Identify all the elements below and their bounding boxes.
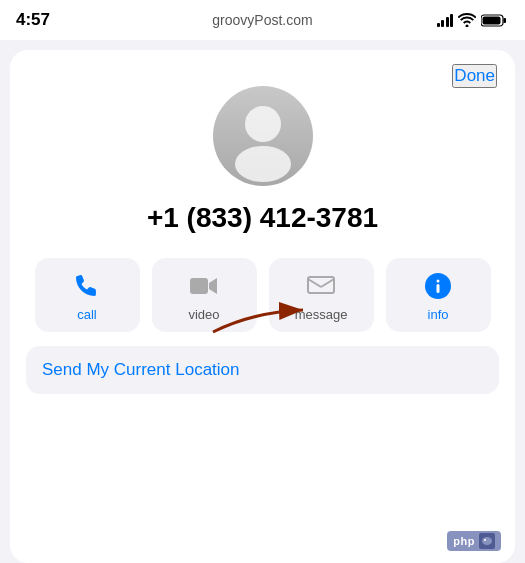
person-silhouette-icon — [213, 86, 313, 186]
action-buttons-row: call video — [26, 258, 499, 332]
svg-point-4 — [235, 146, 291, 182]
status-site: groovyPost.com — [212, 12, 312, 28]
info-icon — [422, 270, 454, 302]
battery-icon — [481, 14, 507, 27]
done-button[interactable]: Done — [452, 64, 497, 88]
php-badge-text: php — [453, 535, 475, 547]
svg-line-8 — [321, 279, 334, 287]
svg-rect-5 — [190, 278, 208, 294]
php-elephant-icon — [479, 533, 495, 549]
svg-line-7 — [308, 279, 321, 287]
call-icon — [71, 270, 103, 302]
main-card: Done +1 (833) 412-3781 c — [10, 50, 515, 563]
svg-point-13 — [482, 537, 492, 545]
avatar — [213, 86, 313, 186]
svg-rect-11 — [437, 284, 440, 293]
status-time: 4:57 — [16, 10, 50, 30]
avatar-circle — [213, 86, 313, 186]
send-location-label: Send My Current Location — [42, 360, 240, 379]
phone-frame: 4:57 groovyPost.com — [0, 0, 525, 563]
svg-point-3 — [245, 106, 281, 142]
message-icon — [305, 270, 337, 302]
svg-rect-2 — [483, 16, 501, 24]
signal-bars-icon — [437, 13, 454, 27]
svg-point-14 — [484, 539, 486, 541]
status-bar: 4:57 groovyPost.com — [0, 0, 525, 40]
status-icons — [437, 13, 508, 27]
call-label: call — [77, 307, 97, 322]
wifi-icon — [458, 13, 476, 27]
info-label: info — [428, 307, 449, 322]
phone-number: +1 (833) 412-3781 — [147, 202, 378, 234]
call-button[interactable]: call — [35, 258, 140, 332]
video-label: video — [188, 307, 219, 322]
video-icon — [188, 270, 220, 302]
video-button[interactable]: video — [152, 258, 257, 332]
svg-rect-1 — [504, 18, 507, 23]
send-location-button[interactable]: Send My Current Location — [26, 346, 499, 394]
svg-point-10 — [437, 280, 440, 283]
message-button[interactable]: message — [269, 258, 374, 332]
php-badge: php — [447, 531, 501, 551]
message-label: message — [295, 307, 348, 322]
info-button[interactable]: info — [386, 258, 491, 332]
svg-rect-6 — [308, 277, 334, 293]
